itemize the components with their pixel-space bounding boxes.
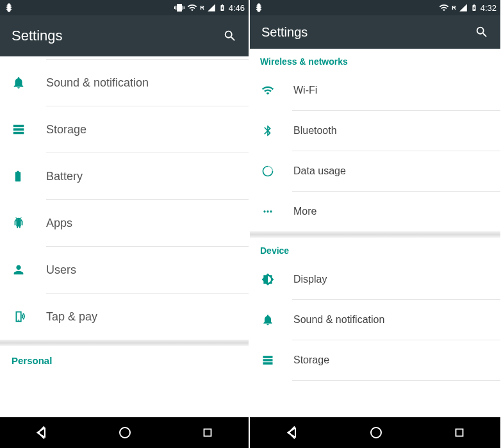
data-usage-icon — [261, 165, 274, 178]
list-item-storage[interactable]: Storage — [250, 340, 500, 380]
item-label: Sound & notification — [46, 76, 249, 90]
battery-icon — [12, 169, 24, 183]
brightness-icon — [261, 273, 274, 286]
item-label: Wi-Fi — [293, 85, 500, 96]
battery-status-icon — [470, 3, 478, 13]
item-label: Bluetooth — [293, 125, 500, 137]
item-label: Display — [293, 274, 500, 285]
status-bar: R 4:32 — [250, 0, 500, 15]
list-item-sound-notification[interactable]: Sound & notification — [0, 60, 249, 106]
bell-icon — [12, 76, 26, 90]
person-icon — [12, 263, 26, 277]
search-icon[interactable] — [475, 25, 489, 39]
search-icon[interactable] — [223, 29, 237, 43]
section-header-wireless: Wireless & networks — [250, 49, 500, 71]
page-title: Settings — [261, 25, 475, 40]
list-item-sound-notification[interactable]: Sound & notification — [250, 300, 500, 340]
more-icon — [261, 205, 274, 218]
status-time: 4:46 — [229, 3, 245, 13]
bluetooth-icon — [261, 124, 274, 137]
app-bar: Settings — [250, 15, 500, 49]
item-label: Sound & notification — [293, 314, 500, 326]
nav-home-icon[interactable] — [368, 425, 384, 440]
wifi-status-icon — [439, 3, 449, 13]
list-item-display[interactable]: Display — [250, 260, 500, 299]
item-label: Storage — [46, 123, 249, 137]
list-item-bluetooth[interactable]: Bluetooth — [250, 111, 500, 151]
nav-back-icon[interactable] — [284, 425, 300, 440]
roaming-indicator: R — [452, 4, 456, 11]
item-label: Data usage — [293, 165, 500, 177]
item-label: Apps — [46, 217, 249, 230]
section-divider — [250, 231, 500, 238]
storage-icon — [261, 354, 274, 367]
settings-list: Sound & notification Storage Battery App… — [0, 56, 249, 417]
bell-icon — [261, 313, 274, 326]
battery-status-icon — [218, 3, 226, 13]
nav-recent-icon[interactable] — [452, 426, 466, 440]
android-icon — [12, 216, 26, 230]
nav-home-icon[interactable] — [117, 425, 133, 440]
phone-left: R 4:46 Settings Sound & notification Sto… — [0, 0, 250, 448]
roaming-indicator: R — [200, 4, 204, 11]
list-item-more[interactable]: More — [250, 192, 500, 231]
item-label: More — [293, 206, 500, 217]
status-bar: R 4:46 — [0, 0, 249, 15]
navigation-bar — [250, 417, 500, 448]
usb-debug-icon — [4, 3, 14, 13]
page-title: Settings — [12, 28, 223, 44]
list-item-wifi[interactable]: Wi-Fi — [250, 71, 500, 110]
wifi-status-icon — [187, 3, 197, 13]
nav-recent-icon[interactable] — [201, 426, 215, 440]
app-bar: Settings — [0, 15, 249, 56]
usb-debug-icon — [254, 3, 264, 13]
settings-list: Wireless & networks Wi-Fi Bluetooth Data… — [250, 49, 500, 417]
list-item-data-usage[interactable]: Data usage — [250, 151, 500, 191]
section-divider — [0, 340, 249, 346]
item-label: Storage — [293, 354, 500, 366]
storage-icon — [12, 122, 26, 137]
list-item-storage[interactable]: Storage — [0, 106, 249, 153]
status-time: 4:32 — [480, 3, 497, 13]
tap-pay-icon — [12, 310, 27, 324]
wifi-icon — [261, 84, 274, 97]
list-item-tap-pay[interactable]: Tap & pay — [0, 294, 249, 340]
vibrate-icon — [174, 3, 185, 13]
list-item-users[interactable]: Users — [0, 247, 249, 293]
nav-back-icon[interactable] — [34, 425, 49, 440]
item-label: Battery — [46, 170, 249, 183]
signal-icon — [459, 3, 468, 12]
item-label: Users — [46, 263, 249, 277]
list-item-apps[interactable]: Apps — [0, 200, 249, 246]
signal-icon — [207, 3, 216, 12]
section-header-device: Device — [250, 238, 500, 260]
section-header-personal: Personal — [0, 346, 249, 375]
list-item-battery[interactable]: Battery — [0, 153, 249, 199]
item-label: Tap & pay — [46, 310, 249, 324]
navigation-bar — [0, 417, 249, 448]
phone-right: R 4:32 Settings Wireless & networks Wi-F… — [250, 0, 500, 448]
